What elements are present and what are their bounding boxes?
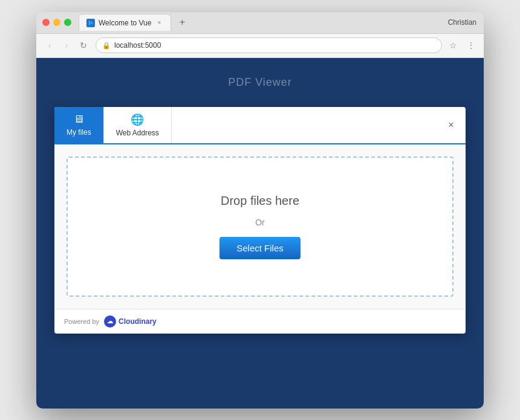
tab-my-files-label: My files: [67, 128, 91, 137]
upload-modal: 🖥 My files 🌐 Web Address × Drop files he…: [54, 107, 466, 334]
user-label: Christian: [448, 18, 476, 27]
my-files-icon: 🖥: [73, 113, 84, 126]
browser-tab[interactable]: Welcome to Vue ×: [79, 14, 171, 31]
bookmark-button[interactable]: ☆: [447, 40, 460, 50]
url-text: localhost:5000: [114, 41, 161, 50]
drop-zone[interactable]: Drop files here Or Select Files: [67, 157, 453, 297]
lock-icon: 🔒: [102, 42, 111, 50]
address-bar: ‹ › ↻ 🔒 localhost:5000 ☆ ⋮: [36, 34, 484, 58]
cloudinary-brand-name: Cloudinary: [119, 317, 157, 326]
close-traffic-light[interactable]: [42, 19, 50, 26]
tab-close-button[interactable]: ×: [155, 19, 163, 27]
maximize-traffic-light[interactable]: [64, 19, 71, 26]
menu-button[interactable]: ⋮: [464, 40, 478, 50]
tab-web-address[interactable]: 🌐 Web Address: [104, 107, 172, 143]
traffic-lights: [42, 19, 71, 26]
minimize-traffic-light[interactable]: [53, 19, 60, 26]
title-bar: Welcome to Vue × + Christian: [36, 12, 484, 34]
tab-favicon: [86, 19, 95, 27]
or-text: Or: [255, 218, 265, 227]
modal-body: Drop files here Or Select Files: [54, 144, 466, 309]
url-field[interactable]: 🔒 localhost:5000: [96, 37, 442, 53]
page-title: PDF Viewer: [228, 76, 292, 89]
forward-button[interactable]: ›: [59, 38, 74, 53]
nav-buttons: ‹ › ↻: [42, 38, 91, 53]
cloudinary-icon: ☁: [104, 315, 116, 328]
modal-header: 🖥 My files 🌐 Web Address ×: [54, 107, 466, 144]
browser-window: Welcome to Vue × + Christian ‹ › ↻ 🔒 loc…: [36, 12, 484, 409]
refresh-button[interactable]: ↻: [76, 38, 91, 53]
web-address-icon: 🌐: [131, 113, 144, 126]
cloudinary-logo: ☁ Cloudinary: [104, 315, 157, 328]
page-content: PDF Viewer 🖥 My files 🌐 Web Address × Dr…: [36, 58, 484, 409]
new-tab-button[interactable]: +: [175, 15, 189, 30]
tab-web-address-label: Web Address: [116, 129, 159, 137]
drop-text: Drop files here: [221, 194, 299, 208]
modal-close-button[interactable]: ×: [444, 118, 458, 132]
tab-bar: Welcome to Vue × +: [79, 14, 478, 31]
tab-my-files[interactable]: 🖥 My files: [54, 107, 104, 143]
modal-footer: Powered by ☁ Cloudinary: [54, 309, 466, 334]
powered-by-text: Powered by: [64, 318, 99, 325]
tab-title: Welcome to Vue: [99, 19, 151, 27]
select-files-button[interactable]: Select Files: [219, 237, 301, 259]
back-button[interactable]: ‹: [42, 38, 57, 53]
